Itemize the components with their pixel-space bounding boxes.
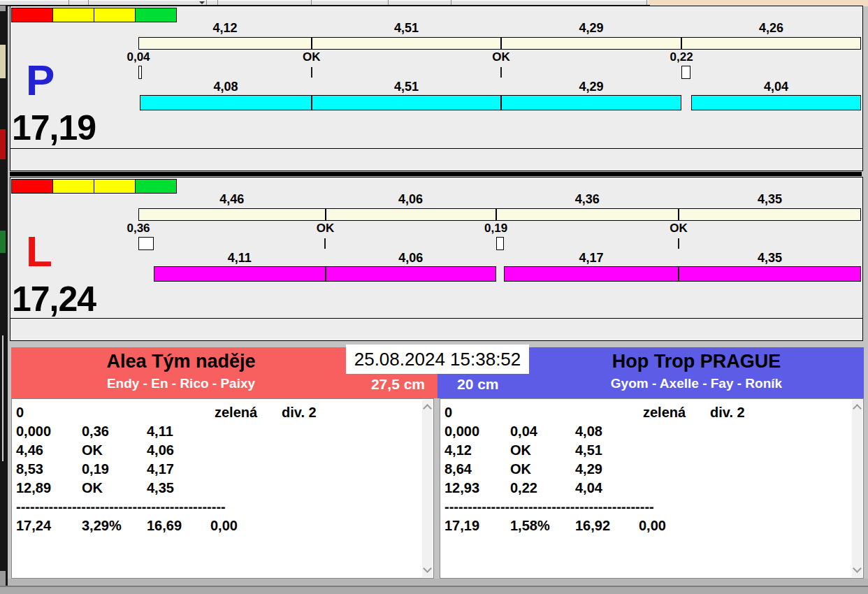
scroll-down-button[interactable]	[853, 564, 862, 573]
result-cell: OK	[82, 479, 103, 498]
timing-app-window: P 17,19 4,124,514,294,260,04OKOK0,224,08…	[0, 0, 868, 594]
change-fault-label: OK	[670, 222, 688, 235]
dog-split-label: 4,11	[228, 252, 252, 264]
result-cell: 0,19	[82, 460, 109, 479]
result-line: 12,930,224,04	[440, 479, 863, 498]
run-bar-segment	[312, 95, 501, 110]
result-cell: 0,000	[444, 422, 479, 441]
dog-split-label: 4,29	[579, 80, 604, 93]
result-line: 0,0000,044,08	[440, 422, 863, 441]
change-fault-label: 0,19	[484, 222, 507, 235]
result-cell: 12,93	[444, 479, 479, 498]
results-panel-left: 0zelenádiv. 20,0000,364,114,46OK4,068,53…	[11, 398, 434, 579]
result-line: 0zelenádiv. 2	[440, 403, 863, 422]
result-cell: 1,58%	[510, 516, 550, 535]
result-cell: 0	[16, 403, 24, 422]
reference-bar	[138, 208, 861, 221]
bar-divider	[325, 209, 326, 220]
result-cell: 16,69	[147, 516, 182, 535]
dog-split-label: 4,51	[394, 80, 419, 93]
result-line: 12,89OK4,35	[12, 479, 433, 498]
result-cell: 4,17	[147, 460, 174, 479]
window-bottom-band	[8, 579, 868, 586]
result-line: 17,243,29%16,690,00	[12, 516, 433, 535]
lane-panel-right: P 17,19 4,124,514,294,260,04OKOK0,224,08…	[10, 6, 863, 150]
reference-bar	[138, 37, 861, 50]
result-cell: 8,64	[444, 460, 472, 479]
change-fault-label: OK	[492, 51, 510, 64]
result-cell: zelená	[643, 403, 686, 422]
result-cell: 0,000	[16, 422, 51, 441]
result-line: ----------------------------------------…	[12, 498, 433, 516]
team-lineup: Endy - En - Rico - Paixy	[11, 376, 351, 391]
fault-box	[681, 66, 690, 79]
dog-split-label: 4,17	[579, 252, 604, 264]
ok-tick	[311, 67, 312, 78]
ok-tick	[678, 238, 679, 249]
result-cell: 4,11	[147, 422, 173, 441]
lane-empty-strip	[10, 318, 863, 341]
change-fault-label: 0,36	[126, 222, 150, 235]
result-cell: ----------------------------------------…	[444, 498, 654, 516]
start-light-2	[94, 179, 136, 194]
result-cell: OK	[82, 441, 103, 460]
scroll-down-button[interactable]	[423, 564, 432, 573]
result-line: 8,64OK4,29	[440, 460, 863, 479]
dog-split-label: 4,08	[214, 80, 238, 93]
start-light-2	[94, 8, 136, 22]
dog-split-label: 4,04	[764, 80, 788, 93]
run-bar-segment	[504, 266, 679, 282]
result-cell: 0,00	[639, 516, 666, 535]
run-bar-segment	[679, 266, 861, 282]
start-light-0	[11, 179, 53, 194]
lane-separator	[10, 172, 862, 176]
result-cell: 4,06	[147, 441, 174, 460]
result-cell: div. 2	[710, 403, 745, 422]
run-bar-segment	[140, 95, 311, 110]
result-cell: zelená	[215, 403, 257, 422]
lane-split-chart: 4,464,064,364,350,36OK0,19OK4,114,064,17…	[138, 178, 861, 319]
jump-height-label: 27,5 cm	[371, 376, 425, 393]
crossing-split-label: 4,12	[212, 22, 237, 34]
crossing-split-label: 4,26	[759, 22, 783, 34]
crossing-split-label: 4,29	[579, 22, 604, 34]
result-cell: 4,35	[147, 479, 174, 498]
result-cell: 16,92	[575, 516, 610, 535]
result-cell: 0,36	[82, 422, 109, 441]
result-line: 4,46OK4,06	[12, 441, 433, 460]
bar-divider	[681, 38, 682, 49]
result-cell: 0,00	[210, 516, 238, 535]
lane-letter: P	[26, 59, 55, 101]
crossing-split-label: 4,51	[394, 22, 419, 34]
run-bar-segment	[154, 266, 326, 282]
dog-split-label: 4,35	[758, 252, 782, 264]
crossing-split-label: 4,35	[758, 193, 782, 205]
lane-letter: L	[26, 231, 52, 273]
lane-split-chart: 4,124,514,294,260,04OKOK0,224,084,514,29…	[138, 6, 861, 149]
result-cell: 4,08	[575, 422, 602, 441]
ok-tick	[324, 238, 326, 249]
lane-empty-strip	[10, 148, 863, 171]
lane-total-time: 17,24	[12, 281, 96, 317]
crossing-split-label: 4,06	[398, 193, 423, 205]
result-cell: 4,46	[16, 441, 43, 460]
fault-box	[496, 237, 504, 250]
result-cell: 0,22	[510, 479, 537, 498]
team-name: Hop Trop PRAGUE	[529, 351, 864, 372]
jump-height-label: 20 cm	[457, 376, 499, 393]
crossing-split-label: 4,46	[219, 193, 244, 205]
lane-total-time: 17,19	[12, 110, 96, 146]
results-panel-right: 0zelenádiv. 20,0000,044,084,12OK4,518,64…	[440, 398, 864, 579]
crossing-split-label: 4,36	[575, 193, 600, 205]
run-bar-segment	[326, 266, 496, 282]
change-fault-label: 0,22	[670, 51, 693, 64]
start-light-1	[52, 179, 94, 194]
result-cell: 4,12	[444, 441, 472, 460]
result-line: 8,530,194,17	[12, 460, 433, 479]
team-lineup: Gyom - Axelle - Fay - Roník	[529, 376, 864, 391]
fault-box	[138, 237, 154, 250]
result-cell: 0,04	[510, 422, 537, 441]
run-bar-segment	[501, 95, 681, 110]
clock: 25.08.2024 15:38:52	[346, 345, 529, 374]
change-fault-label: OK	[317, 222, 335, 235]
